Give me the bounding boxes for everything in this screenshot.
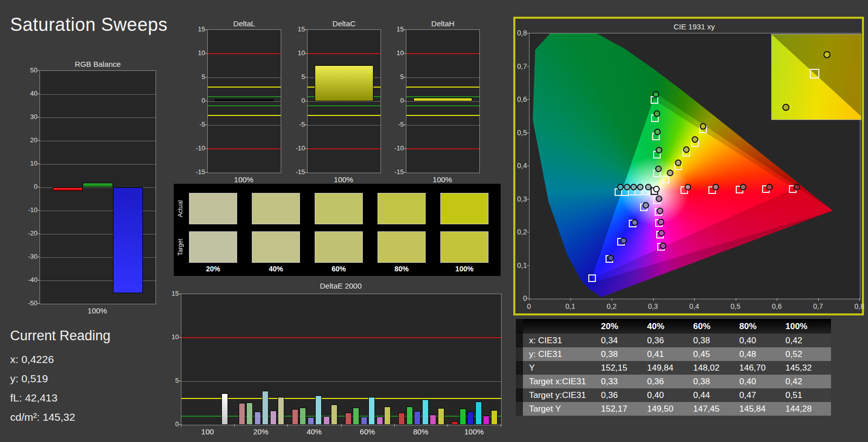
deltae-2000-panel[interactable]: DeltaE 2000 15105010020%40%60%80%100% — [171, 282, 503, 438]
y-tick-label: 5 — [385, 73, 404, 81]
y-tick-mark — [305, 125, 307, 125]
x-tick-mark — [341, 424, 342, 427]
grid-line — [308, 125, 381, 126]
table-cell: 0,40 — [738, 336, 784, 346]
deltae-bar-60% — [345, 413, 352, 425]
y-tick-mark — [37, 70, 40, 71]
deltae-bar-20% — [270, 411, 277, 425]
y-tick-mark — [37, 280, 40, 280]
limit-line — [406, 96, 479, 97]
swatch-target-40% — [252, 231, 300, 263]
x-group-label: 80% — [394, 427, 447, 436]
y-tick-mark — [305, 101, 307, 101]
chart-title: RGB Balance — [40, 60, 156, 68]
deltae-bar-20% — [254, 412, 261, 425]
y-tick-label: -15 — [186, 168, 205, 176]
measured-circle — [683, 146, 690, 153]
current-reading-panel: Current Reading x: 0,4226 y: 0,519 fL: 4… — [10, 328, 162, 434]
y-tick-mark — [404, 172, 406, 173]
column-header: 100% — [784, 322, 831, 332]
y-tick-mark — [527, 33, 529, 33]
deltae-bar-80% — [430, 415, 436, 425]
swatch-target-100% — [440, 231, 488, 263]
delta-h-panel[interactable]: DeltaH 100% 151050-5-10-15 — [387, 19, 483, 187]
y-tick-label: 5 — [166, 377, 179, 384]
x-tick-label: 0 — [521, 302, 537, 310]
measured-circle — [700, 123, 706, 130]
table-row: y: CIE310,380,410,450,480,52 — [516, 347, 831, 361]
deltae-bar-60% — [368, 397, 375, 425]
limit-line — [308, 115, 381, 116]
deltae-bar-20% — [239, 403, 245, 425]
x-tick-label: 0,7 — [811, 302, 826, 310]
measurement-table[interactable]: 20%40%60%80%100%x: CIE310,340,360,380,40… — [516, 319, 831, 416]
y-tick-label: 0 — [18, 183, 37, 190]
grid-line — [40, 94, 156, 95]
deltae-bar-100% — [467, 412, 474, 425]
delta-l-panel[interactable]: DeltaL 100% 151050-5-10-15 — [188, 19, 284, 187]
delta-c-panel[interactable]: DeltaC 100% 151050-5-10-15 — [288, 19, 384, 187]
y-tick-label: 10 — [186, 49, 205, 57]
green-bar — [83, 183, 112, 187]
y-tick-mark — [305, 148, 307, 149]
measured-circle — [656, 147, 662, 153]
table-cell: 0,38 — [600, 349, 646, 359]
rgb-balance-panel[interactable]: RGB Balance 100% 50403020100-10-20-30-40… — [20, 60, 158, 320]
reading-cdm2: cd/m²: 145,32 — [10, 411, 75, 423]
limit-line — [181, 337, 501, 338]
y-tick-label: -10 — [385, 144, 404, 152]
measured-circle — [608, 255, 614, 261]
y-tick-label: 20 — [18, 136, 37, 144]
reading-x: x: 0,4226 — [10, 353, 54, 366]
y-tick-label: 0 — [385, 97, 404, 104]
table-cell: 0,40 — [646, 390, 692, 400]
measured-circle — [660, 243, 666, 249]
x-tick-mark — [181, 424, 181, 427]
x-tick-mark — [501, 424, 501, 427]
y-tick-label: 15 — [385, 25, 404, 33]
grid-line — [406, 77, 479, 78]
table-row: Y152,15149,84148,02146,70145,32 — [516, 361, 831, 375]
target-square — [662, 176, 669, 183]
reading-y: y: 0,519 — [10, 373, 48, 385]
y-tick-label: -10 — [186, 144, 205, 152]
y-tick-mark — [205, 148, 207, 149]
y-tick-label: 10 — [166, 333, 179, 341]
y-tick-mark — [305, 29, 307, 30]
y-tick-label: 15 — [186, 25, 205, 33]
deltae-bar-80% — [438, 408, 444, 425]
limit-line — [208, 87, 281, 88]
deltae-bar-40% — [331, 405, 337, 425]
y-tick-mark — [527, 199, 529, 199]
y-tick-label: 30 — [18, 113, 37, 120]
x-tick-mark — [394, 424, 395, 427]
limit-line — [208, 96, 281, 97]
table-cell: 0,42 — [784, 377, 831, 387]
table-corner-cell — [516, 388, 523, 402]
cie-1931-panel[interactable]: CIE 1931 xy 00,10,20,30,40,50,60,70,800,… — [513, 17, 864, 315]
x-axis-label: 100% — [207, 175, 280, 184]
table-cell: 0,42 — [784, 336, 831, 346]
measured-circle — [655, 166, 662, 172]
row-label: Y — [523, 363, 600, 373]
delta-h-plot — [406, 29, 480, 173]
row-label: Target Y — [523, 404, 600, 414]
table-cell: 0,34 — [600, 336, 646, 346]
swatch-actual-100% — [440, 193, 488, 224]
y-tick-label: -15 — [286, 168, 305, 176]
table-cell: 0,52 — [784, 349, 831, 359]
chart-title: CIE 1931 xy — [529, 22, 859, 31]
y-tick-mark — [305, 172, 307, 173]
deltae-bar-100% — [475, 401, 482, 425]
limit-line — [308, 105, 381, 106]
table-cell: 152,15 — [600, 363, 646, 373]
table-corner-cell — [516, 375, 523, 388]
table-cell: 0,48 — [738, 349, 784, 359]
deltae-bar-60% — [353, 408, 359, 425]
x-tick-mark — [571, 298, 571, 301]
y-tick-label: 10 — [286, 49, 305, 57]
swatch-comparison-panel[interactable]: ActualTarget20%40%60%80%100% — [174, 184, 501, 276]
table-corner-cell — [516, 319, 523, 334]
delta-l-plot — [207, 29, 281, 173]
table-cell: 0,40 — [738, 377, 784, 387]
